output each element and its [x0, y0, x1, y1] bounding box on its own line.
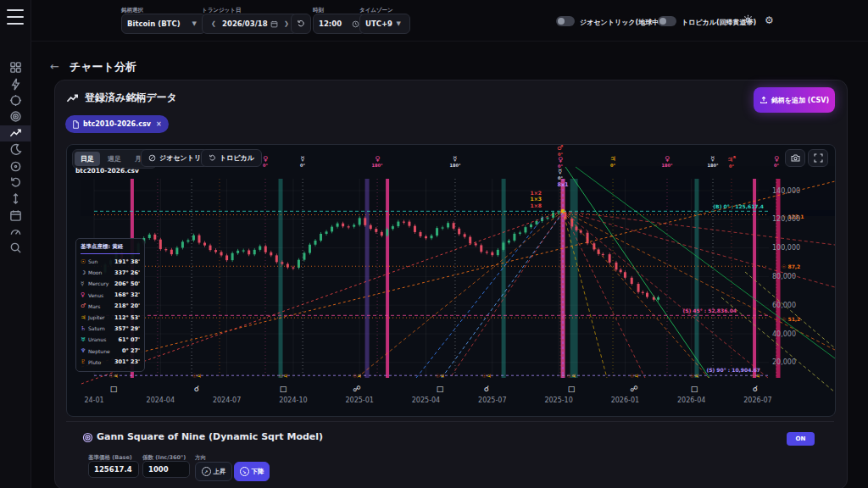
♀-icon: ♀ [554, 157, 567, 164]
increment-input[interactable] [142, 461, 190, 478]
svg-text:□: □ [437, 385, 444, 393]
legend-row-sun: ☉Sun191° 38' [81, 256, 140, 267]
refresh-date-button[interactable] [291, 14, 311, 34]
arrow-down-right-icon: ↘ [240, 467, 249, 476]
♂-icon: ♂ [554, 145, 567, 152]
svg-text:☉♃: ☉♃ [109, 373, 119, 379]
svg-text:40,000: 40,000 [772, 330, 796, 338]
menu-icon[interactable] [7, 9, 24, 25]
time-input[interactable]: 12:00 [313, 14, 365, 34]
svg-text:2025-07: 2025-07 [478, 396, 506, 404]
direction-down-button[interactable]: ↘ 下降 [234, 462, 270, 481]
legend-row-venus: ♀Venus168° 32' [81, 290, 140, 301]
planet-marker: ♀0° [770, 156, 783, 168]
geocentric-toggle[interactable] [556, 16, 575, 26]
sidebar-item-search[interactable] [0, 240, 31, 256]
target-icon [9, 94, 22, 107]
bolt-icon [9, 78, 22, 91]
base-price-input[interactable] [88, 461, 139, 478]
direction-down-label: 下降 [252, 468, 264, 476]
svg-text:1×8: 1×8 [531, 202, 542, 208]
gann-on-toggle[interactable]: ON [787, 432, 815, 446]
csv-file-chip[interactable]: btc2010-2026.csv × [65, 115, 169, 133]
dashboard-icon [9, 61, 22, 74]
legend-row-uranus: ♅Uranus61° 07' [81, 334, 140, 345]
svg-text:140,000: 140,000 [772, 187, 800, 195]
sidebar-item-trend[interactable] [0, 125, 31, 141]
tropical-chart-button[interactable]: トロピカル [201, 149, 262, 167]
svg-text:8x1: 8x1 [557, 181, 569, 188]
planet-marker: ♀180° [660, 156, 674, 168]
add-symbol-button[interactable]: 銘柄を追加 (CSV) [754, 87, 835, 113]
fullscreen-icon [814, 153, 823, 163]
planet-marker: ☿180° [706, 156, 720, 168]
sidebar-item-sun-dot[interactable] [0, 158, 31, 174]
next-day-button[interactable]: ❯ [284, 20, 289, 27]
legend-row-pluto: ♇Pluto301° 23' [81, 357, 140, 368]
camera-icon [791, 153, 800, 163]
mars-icon: ♂ [81, 302, 88, 309]
♀-icon: ♀ [370, 156, 384, 163]
calendar-icon[interactable] [270, 20, 278, 28]
svg-text:1×3: 1×3 [531, 196, 542, 202]
svg-text:2025-04: 2025-04 [412, 396, 440, 404]
csv-file-chip-label: btc2010-2026.csv [83, 120, 151, 128]
timezone-select[interactable]: UTC+9 ▼ [359, 14, 410, 34]
sidebar-item-calendar[interactable] [0, 208, 31, 224]
search-icon [9, 241, 22, 254]
tropical-chart-button-label: トロピカル [220, 153, 254, 163]
☿-icon: ☿ [296, 156, 309, 163]
direction-up-label: 上昇 [214, 468, 226, 476]
svg-text:60,000: 60,000 [772, 302, 796, 309]
sidebar-item-bullseye[interactable] [0, 108, 31, 125]
tab-週足[interactable]: 週足 [102, 152, 127, 166]
♀-icon: ♀ [770, 156, 783, 163]
svg-text:☉♃: ☉♃ [279, 373, 288, 379]
sidebar-item-dashboard[interactable] [0, 59, 31, 75]
fullscreen-button[interactable] [808, 149, 828, 167]
calendar-icon [9, 209, 22, 222]
svg-text:☌: ☌ [484, 385, 489, 393]
sun-icon: ☉ [81, 258, 88, 265]
refresh-icon [297, 19, 305, 28]
clock-icon [352, 20, 359, 28]
gauge-icon [9, 225, 22, 238]
transit-date-value: 2026/03/18 [222, 19, 268, 28]
svg-text:2025-10: 2025-10 [544, 396, 572, 404]
trend-icon [9, 127, 22, 140]
prev-day-button[interactable]: ❮ [211, 20, 216, 27]
svg-text:☌: ☌ [753, 385, 758, 393]
svg-text:2026-01: 2026-01 [611, 396, 639, 404]
square-of-nine-icon [82, 432, 93, 443]
back-button[interactable]: ← [50, 60, 59, 73]
theme-sun-icon[interactable] [743, 14, 754, 25]
screenshot-button[interactable] [785, 149, 805, 167]
legend-row-neptune: ♆Neptune0° 27' [81, 346, 140, 357]
svg-text:☉♃: ☉♃ [353, 373, 362, 379]
sidebar-item-target[interactable] [0, 92, 31, 108]
planet-marker: ♃R0° [725, 156, 738, 169]
mercury-icon: ☿ [81, 280, 88, 287]
svg-text:(B) 0° : 125,617.4: (B) 0° : 125,617.4 [713, 203, 764, 209]
svg-text:□: □ [568, 385, 576, 393]
svg-text:2026-07: 2026-07 [743, 396, 771, 404]
bullseye-icon [9, 110, 22, 123]
chart-area[interactable]: 1×21×31×88x1(B) 0° : 125,617.4☉ 123,1☉ 8… [66, 144, 836, 417]
sidebar-item-refresh[interactable] [0, 175, 31, 191]
symbol-select[interactable]: Bitcoin (BTC) ▼ [121, 14, 206, 34]
svg-text:2024-10: 2024-10 [279, 396, 307, 404]
sidebar-item-bolt[interactable] [0, 75, 31, 92]
tropical-toggle[interactable] [658, 16, 676, 26]
direction-up-button[interactable]: ↗ 上昇 [195, 462, 232, 481]
svg-text:2024-07: 2024-07 [213, 396, 241, 404]
sidebar-item-gauge[interactable] [0, 224, 31, 240]
arrows-vertical-icon [9, 192, 22, 205]
☿-icon: ☿ [706, 156, 720, 163]
svg-text:☉♃: ☉♃ [630, 373, 639, 379]
settings-gear-icon[interactable]: ⚙ [765, 14, 774, 26]
close-icon[interactable]: × [156, 120, 162, 128]
sidebar-item-moon[interactable] [0, 141, 31, 158]
moon-icon: ☽ [81, 269, 88, 276]
sidebar-item-arrows-vertical[interactable] [0, 191, 31, 207]
tab-日足[interactable]: 日足 [75, 152, 100, 166]
